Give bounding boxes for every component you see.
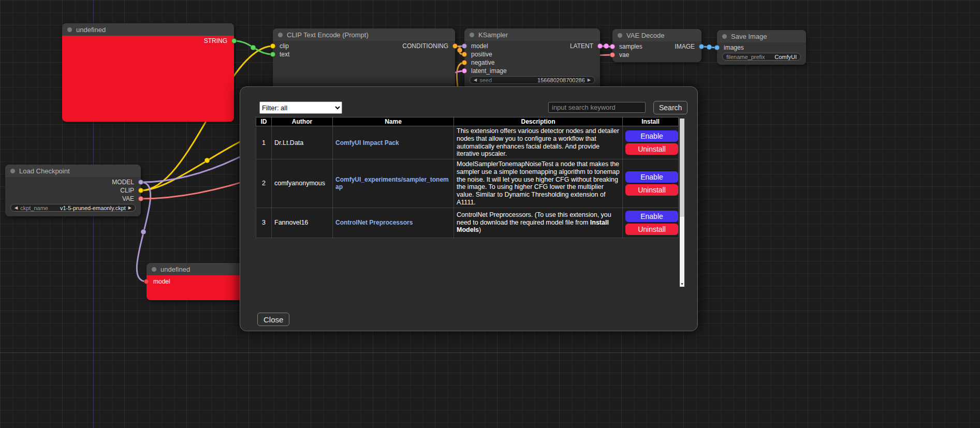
node-undefined-top[interactable]: undefined STRING [62,23,234,122]
node-undefined-bottom[interactable]: undefined model [147,263,242,300]
uninstall-button[interactable]: Uninstall [625,143,678,155]
filename-prefix-widget[interactable]: filename_prefix ComfyUI [722,53,801,61]
widget-name: filename_prefix [726,54,765,60]
slot-row-negative: negative [464,58,600,67]
widget-prev-icon[interactable]: ◀ [14,206,18,210]
node-load-checkpoint[interactable]: Load Checkpoint MODEL CLIP VAE ◀ ckpt_na… [5,165,141,216]
widget-decrement-icon[interactable]: ◀ [474,78,477,82]
slot-label: clip [280,42,289,50]
filter-select[interactable]: Filter: all [259,101,342,114]
extension-id: 3 [256,208,272,238]
extension-id: 1 [256,126,272,159]
output-pin-clip[interactable] [138,188,143,193]
description-segment: ModelSamplerTonemapNoiseTest a node that… [457,160,620,206]
node-title: undefined [76,26,106,34]
slot-row-model-latent: model LATENT [464,42,600,50]
output-pin-conditioning[interactable] [452,43,458,49]
widget-next-icon[interactable]: ▶ [128,206,131,210]
scrollbar[interactable]: ▼ [680,119,684,287]
link-midpoint-dot-model[interactable] [141,229,146,234]
input-pin-negative[interactable] [462,60,467,65]
input-pin-model[interactable] [462,43,467,49]
node-status-dot[interactable] [722,34,727,39]
slot-row-images: images [717,43,806,52]
node-title-bar[interactable]: VAE Decode [612,29,701,41]
input-pin-images[interactable] [714,45,720,50]
node-title-bar[interactable]: Load Checkpoint [5,165,141,177]
enable-button[interactable]: Enable [625,211,678,222]
extensions-tbody: 1Dr.Lt.DataComfyUI Impact PackThis exten… [256,126,679,238]
search-input[interactable] [548,102,646,113]
header-author: Author [272,117,333,126]
input-pin-clip[interactable] [270,43,275,49]
node-save-image[interactable]: Save Image images filename_prefix ComfyU… [717,30,806,65]
search-button[interactable]: Search [653,101,688,114]
table-header-row: ID Author Name Description Install [256,117,679,126]
slot-label: latent_image [471,67,507,75]
slot-label: STRING [204,37,227,45]
node-title: undefined [160,265,190,273]
node-title-bar[interactable]: undefined [62,23,234,36]
slot-label: images [724,44,744,51]
slot-label: model [153,278,170,285]
extension-row: 1Dr.Lt.DataComfyUI Impact PackThis exten… [256,126,679,159]
output-pin-latent[interactable] [597,43,603,49]
node-status-dot[interactable] [10,169,15,173]
extension-link[interactable]: ComfyUI Impact Pack [335,139,399,146]
output-pin-image[interactable] [699,44,704,49]
widget-name: ckpt_name [20,205,48,211]
close-button[interactable]: Close [257,313,289,326]
scrollbar-thumb[interactable] [680,119,684,217]
extension-install-cell: EnableUninstall [623,159,679,208]
input-pin-latent-image[interactable] [462,68,467,73]
node-title-bar[interactable]: CLIP Text Encode (Prompt) [273,28,455,41]
node-title-bar[interactable]: KSampler [464,28,600,41]
node-status-dot[interactable] [278,33,283,37]
enable-button[interactable]: Enable [625,130,678,142]
input-pin-samples[interactable] [610,44,615,49]
widget-increment-icon[interactable]: ▶ [588,78,591,82]
slot-row-text: text [273,50,455,58]
custom-nodes-manager-dialog: Filter: all Search ID Author Name Descri… [240,86,698,331]
output-pin-vae[interactable] [138,196,143,201]
scroll-down-icon[interactable]: ▼ [680,282,684,287]
link-midpoint-dot-image[interactable] [707,45,712,50]
node-status-dot[interactable] [618,33,622,38]
slot-row-vae: vae [612,51,701,59]
extension-description: ModelSamplerTonemapNoiseTest a node that… [454,159,623,208]
extension-row: 2comfyanonymousComfyUI_experiments/sampl… [256,159,679,208]
slot-label: samples [619,43,642,50]
link-midpoint-dot-clip[interactable] [204,158,210,163]
node-status-dot[interactable] [67,27,72,32]
uninstall-button[interactable]: Uninstall [625,184,678,196]
node-vae-decode[interactable]: VAE Decode samples IMAGE vae [612,29,701,62]
extension-author: Fannovel16 [272,208,333,238]
extension-install-cell: EnableUninstall [623,208,679,238]
node-title-bar[interactable]: Save Image [717,30,806,42]
link-midpoint-dot-string[interactable] [251,45,256,50]
node-title: KSampler [478,31,508,39]
link-midpoint-dot-conditioning[interactable] [457,48,462,53]
input-pin-text[interactable] [270,52,275,57]
seed-widget[interactable]: ◀ seed 156680208700286 ▶ [470,76,595,84]
node-title-bar[interactable]: undefined [147,263,242,275]
input-pin-model-missing[interactable] [144,279,149,284]
uninstall-button[interactable]: Uninstall [625,224,678,235]
slot-label: CLIP [120,187,134,194]
input-pin-positive[interactable] [462,52,467,57]
node-status-dot[interactable] [470,33,474,37]
output-pin-string[interactable] [231,38,237,43]
extension-description: This extension offers various detector n… [454,126,623,159]
extension-link[interactable]: ComfyUI_experiments/sampler_tonemap [335,176,449,190]
slot-row-latent-image: latent_image [464,67,600,75]
slot-label: text [280,51,289,58]
node-status-dot[interactable] [152,267,156,272]
output-pin-model[interactable] [138,180,143,185]
extension-author: Dr.Lt.Data [272,126,333,159]
extension-link[interactable]: ControlNet Preprocessors [335,219,413,226]
slot-row-positive: positive [464,50,600,58]
link-midpoint-dot-latent[interactable] [604,43,609,49]
ckpt-name-widget[interactable]: ◀ ckpt_name v1-5-pruned-emaonly.ckpt ▶ [10,204,136,212]
input-pin-vae[interactable] [610,52,615,57]
enable-button[interactable]: Enable [625,171,678,183]
